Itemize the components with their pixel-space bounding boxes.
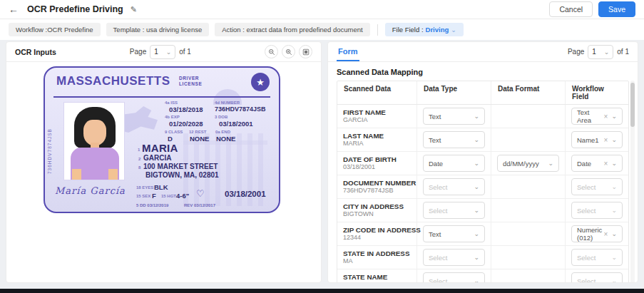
data-type-select[interactable]: Select⌄	[423, 178, 485, 195]
scanned-data-cell: STATE NAMEMASSACHUSETTS	[337, 269, 417, 283]
fit-screen-button[interactable]	[299, 45, 312, 58]
chevron-down-icon: ⌄	[611, 279, 617, 282]
data-type-select[interactable]: Text⌄	[423, 108, 485, 125]
data-format-cell	[491, 269, 566, 283]
viewer-toolbar	[265, 45, 312, 58]
save-button[interactable]: Save	[598, 1, 635, 17]
star-badge-icon: ★	[251, 73, 270, 91]
license-address-line2: BIGTOWN, MA, 02801	[145, 171, 219, 179]
file-field-label: File Field :	[392, 26, 424, 34]
rest-value: NONE	[190, 135, 209, 143]
file-field-dropdown[interactable]: File Field : Driving ⌄	[385, 23, 464, 36]
license-doc-type: DRIVERLICENSE	[179, 76, 202, 87]
rest-label: 12 REST	[189, 130, 206, 134]
cancel-button[interactable]: Cancel	[549, 1, 593, 17]
workflow-field-select[interactable]: Select⌄	[571, 202, 623, 219]
data-type-select[interactable]: Select⌄	[423, 202, 485, 219]
chevron-down-icon: ⌄	[474, 185, 479, 188]
form-page-selector: Page 1 ⌄ of 1	[568, 45, 629, 59]
chevron-down-icon: ⌄	[611, 256, 617, 259]
chevron-down-icon: ⌄	[474, 256, 479, 259]
table-row: STATE NAMEMASSACHUSETTSSelect⌄Select⌄	[337, 269, 628, 283]
scanned-data-value: GARCIA	[343, 116, 411, 124]
portrait-hand	[108, 169, 118, 180]
chevron-down-icon: ⌄	[474, 138, 479, 141]
driver-license-image: MASSACHUSETTS DRIVERLICENSE ★ 736HDV7874…	[44, 66, 280, 213]
ocr-inputs-header: OCR Inputs Page 1 ⌄ of 1	[6, 42, 321, 62]
license-first-name: MARIA	[142, 142, 178, 154]
page-number-dropdown[interactable]: 1 ⌄	[150, 45, 175, 59]
exp-label: 4b EXP	[165, 115, 180, 119]
document-preview-area: MASSACHUSETTS DRIVERLICENSE ★ 736HDV7874…	[6, 62, 321, 282]
table-scrollbar[interactable]	[630, 81, 635, 283]
mapping-table: Scanned Data Data Type Data Format Workf…	[337, 81, 629, 283]
clear-icon[interactable]: ×	[604, 136, 608, 144]
number-value: 736HDV7874JSB	[215, 106, 266, 113]
data-format-select[interactable]: dd/MM/yyyy⌄	[497, 155, 559, 172]
fit-screen-icon	[302, 48, 310, 56]
col-data-format: Data Format	[491, 81, 566, 104]
scanned-data-value: MARIA	[343, 140, 411, 148]
table-row: ZIP CODE IN ADDRESS12344Text⌄Numeric (01…	[337, 222, 628, 246]
zoom-out-button[interactable]	[265, 45, 278, 58]
workflow-chip: Workflow :OCR Predefine	[9, 23, 101, 36]
workflow-field-select[interactable]: Select⌄	[571, 272, 623, 283]
col-data-type: Data Type	[417, 81, 491, 104]
ocr-inputs-panel: OCR Inputs Page 1 ⌄ of 1	[6, 41, 322, 283]
page-of-label: of 1	[617, 48, 629, 56]
workflow-field-select[interactable]: Text Area×⌄	[571, 108, 623, 125]
eyes-value: BLK	[154, 183, 168, 191]
back-arrow-icon[interactable]: ←	[9, 4, 19, 15]
zoom-out-icon	[268, 48, 275, 56]
tab-form[interactable]: Form	[337, 42, 359, 61]
clear-icon[interactable]: ×	[604, 230, 608, 238]
data-type-select[interactable]: Text⌄	[423, 225, 485, 242]
data-type-select[interactable]: Select⌄	[423, 249, 485, 266]
data-type-select[interactable]: Text⌄	[423, 131, 485, 148]
zoom-in-button[interactable]	[282, 45, 295, 58]
workflow-chips-bar: Workflow :OCR Predefine Template : usa d…	[0, 19, 644, 40]
data-type-cell: Text⌄	[417, 128, 491, 151]
form-page-number-dropdown[interactable]: 1 ⌄	[588, 45, 613, 59]
table-scrollbar-thumb[interactable]	[630, 83, 635, 127]
data-format-cell	[491, 199, 566, 222]
data-type-select[interactable]: Date⌄	[423, 155, 485, 172]
workflow-field-select[interactable]: Select⌄	[571, 178, 623, 195]
chevron-down-icon: ⌄	[611, 209, 617, 212]
sex-value: F	[152, 192, 156, 200]
scanned-data-label: LAST NAME	[343, 132, 411, 140]
clear-icon[interactable]: ×	[604, 160, 608, 168]
scanned-data-label: CITY IN ADDRESS	[343, 202, 411, 211]
clear-icon[interactable]: ×	[604, 113, 608, 120]
data-type-select[interactable]: Select⌄	[423, 272, 485, 283]
data-format-cell	[491, 128, 566, 151]
page-of-label: of 1	[179, 48, 191, 56]
end-label: 0a END	[215, 130, 230, 134]
data-type-cell: Text⌄	[417, 222, 491, 245]
workflow-field-select[interactable]: Numeric (012)×⌄	[571, 225, 623, 242]
chip-divider	[377, 24, 378, 36]
chevron-down-icon: ⌄	[548, 162, 553, 165]
mapping-table-body: FIRST NAMEGARCIAText⌄Text Area×⌄LAST NAM…	[337, 105, 628, 283]
rev-line: REV 03/12/2017	[184, 203, 215, 207]
chevron-down-icon: ⌄	[611, 185, 617, 188]
class-label: 9 CLASS	[165, 130, 183, 134]
chevron-down-icon: ⌄	[474, 279, 479, 282]
scanned-data-value: MASSACHUSETTS	[343, 281, 411, 283]
workflow-field-cell: Select⌄	[566, 246, 628, 269]
chevron-down-icon: ⌄	[611, 138, 617, 141]
license-side-number: 736HDV7874JSB	[47, 105, 52, 197]
chevron-down-icon: ⌄	[166, 51, 172, 53]
scanned-data-cell: STATE IN ADDRESSMA	[337, 246, 417, 269]
form-panel: Form Page 1 ⌄ of 1 Scanned Data Mapping …	[327, 41, 638, 283]
edit-title-icon[interactable]: ✎	[131, 5, 137, 14]
sex-label: 15 SEX	[136, 194, 150, 198]
workflow-field-select[interactable]: Name1×⌄	[571, 131, 623, 148]
col-workflow-field: Workflow Field	[566, 81, 628, 104]
data-type-cell: Select⌄	[417, 175, 491, 198]
chevron-down-icon: ⌄	[611, 162, 617, 165]
workflow-field-select[interactable]: Date×⌄	[571, 155, 623, 172]
chevron-down-icon: ⌄	[474, 209, 479, 212]
workflow-field-select[interactable]: Select⌄	[571, 249, 623, 266]
portrait-hand	[72, 169, 81, 180]
